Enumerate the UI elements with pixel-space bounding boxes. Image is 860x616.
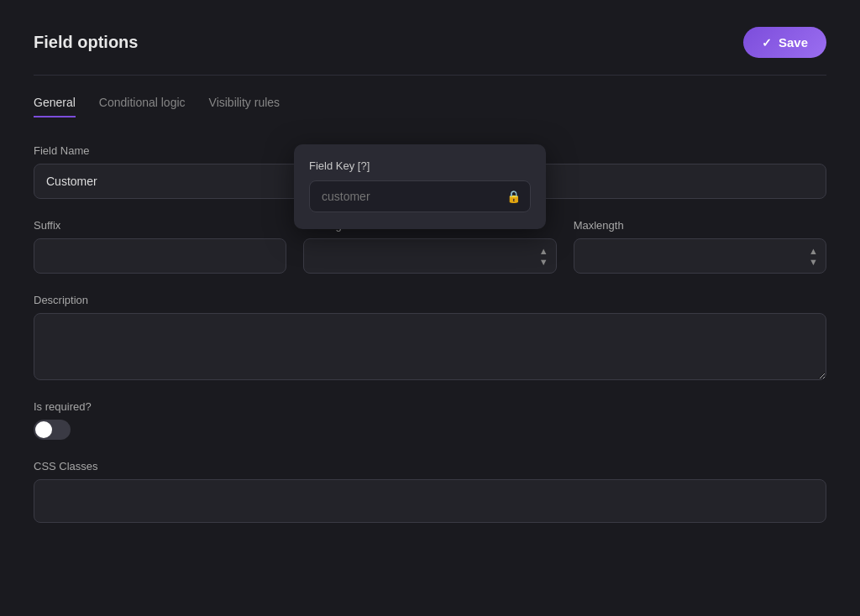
field-key-input-wrap: 🔒	[309, 180, 531, 212]
maxlength-label: Maxlength	[574, 219, 826, 232]
save-button-label: Save	[779, 35, 808, 50]
is-required-group: Is required?	[34, 400, 826, 440]
minlength-up-arrow[interactable]: ▲	[539, 246, 548, 256]
minlength-input-wrap: ▲ ▼	[303, 238, 556, 274]
toggle-knob	[35, 421, 52, 438]
tab-conditional-logic[interactable]: Conditional logic	[99, 96, 186, 117]
maxlength-spinner[interactable]: ▲ ▼	[809, 246, 818, 267]
minlength-input[interactable]	[303, 238, 556, 274]
toggle-wrapper	[34, 420, 826, 440]
is-required-label: Is required?	[34, 400, 826, 413]
suffix-group: Suffix	[34, 219, 286, 274]
save-button[interactable]: ✓ Save	[743, 27, 826, 58]
minlength-down-arrow[interactable]: ▼	[539, 257, 548, 267]
lock-icon: 🔒	[506, 190, 521, 203]
field-key-popup: Field Key [?] 🔒	[294, 144, 546, 229]
description-textarea[interactable]	[34, 313, 826, 380]
description-label: Description	[34, 294, 826, 306]
required-toggle[interactable]	[34, 420, 71, 440]
header: Field options ✓ Save	[34, 27, 826, 58]
form-area: Field Name Placeholder Field Key [?] 🔒 S…	[34, 144, 826, 589]
css-classes-group: CSS Classes	[34, 460, 826, 523]
maxlength-down-arrow[interactable]: ▼	[809, 257, 818, 267]
css-classes-input[interactable]	[34, 479, 826, 523]
check-icon: ✓	[762, 36, 772, 50]
tab-bar: General Conditional logic Visibility rul…	[34, 96, 826, 117]
description-group: Description	[34, 294, 826, 380]
maxlength-group: Maxlength ▲ ▼	[574, 219, 826, 274]
field-key-input[interactable]	[309, 180, 531, 212]
minlength-spinner[interactable]: ▲ ▼	[539, 246, 548, 267]
header-divider	[34, 75, 826, 76]
css-classes-label: CSS Classes	[34, 460, 826, 472]
suffix-input[interactable]	[34, 238, 286, 274]
maxlength-input-wrap: ▲ ▼	[574, 238, 826, 274]
field-key-label: Field Key [?]	[309, 159, 531, 172]
maxlength-input[interactable]	[574, 238, 826, 274]
suffix-label: Suffix	[34, 219, 286, 232]
page-title: Field options	[34, 33, 138, 52]
tab-visibility-rules[interactable]: Visibility rules	[209, 96, 281, 117]
tab-general[interactable]: General	[34, 96, 76, 117]
maxlength-up-arrow[interactable]: ▲	[809, 246, 818, 256]
